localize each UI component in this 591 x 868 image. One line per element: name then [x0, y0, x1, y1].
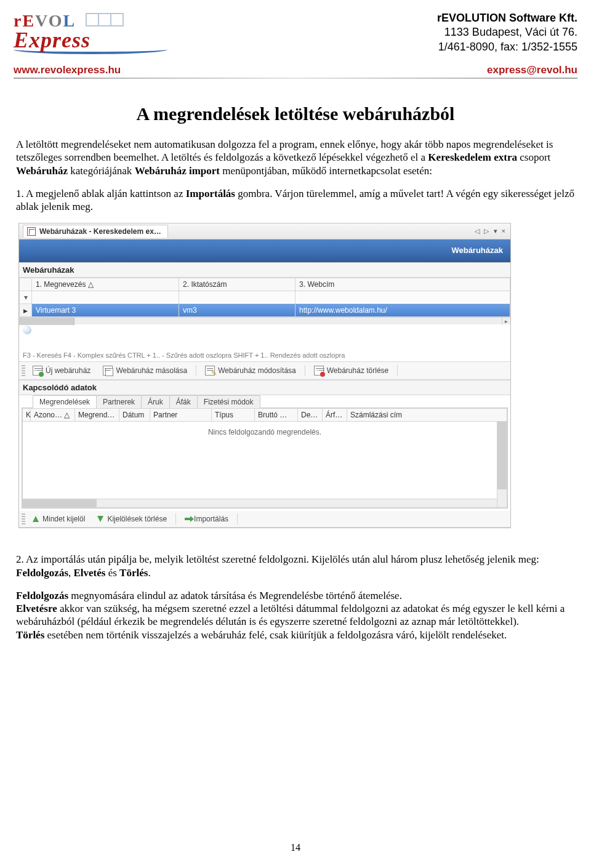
col-k[interactable]: K: [22, 408, 31, 422]
tab-goods[interactable]: Áruk: [141, 395, 170, 408]
col-id[interactable]: Azono… △: [31, 408, 75, 422]
stores-grid: 1. Megnevezés △ 2. Iktatószám 3. Webcím …: [19, 278, 510, 317]
btn-label: Importálás: [194, 515, 228, 523]
clear-selection-button[interactable]: Kijelölések törlése: [92, 513, 172, 525]
filter-url[interactable]: [296, 291, 510, 304]
btn-label: Webáruház módosítása: [218, 366, 296, 375]
email-link[interactable]: express@revol.hu: [487, 64, 577, 76]
filter-dropdown-icon[interactable]: ▾: [20, 291, 32, 304]
col-gross[interactable]: Bruttó …: [255, 408, 298, 422]
table-row[interactable]: Virtuemart 3 vm3 http://www.weboldalam.h…: [20, 304, 510, 317]
btn-label: Webáruház másolása: [116, 366, 187, 375]
key-icon: [23, 326, 31, 334]
col-rate[interactable]: Árf…: [323, 408, 347, 422]
cell-reg[interactable]: vm3: [179, 304, 296, 317]
p-process: Feldolgozás megnyomására elindul az adat…: [16, 589, 575, 602]
text: ,: [68, 567, 74, 579]
delete-store-button[interactable]: Webáruház törlése: [309, 364, 394, 377]
delete-icon: [314, 366, 324, 376]
text: csoport: [517, 151, 550, 163]
copy-store-button[interactable]: Webáruház másolása: [98, 364, 192, 377]
text-bold: Törlés: [119, 567, 148, 579]
selection-toolbar: Mindet kijelöl Kijelölések törlése Impor…: [19, 511, 510, 528]
stores-toolbar: Új webáruház Webáruház másolása Webáruhá…: [19, 361, 510, 380]
btn-label: Új webáruház: [46, 366, 90, 375]
window-controls[interactable]: ◁ ▷ ▾ ×: [475, 227, 507, 235]
company-info: rEVOLUTION Software Kft. 1133 Budapest, …: [437, 11, 577, 54]
clear-selection-icon: [97, 516, 103, 522]
page-title: A megrendelések letöltése webáruházból: [16, 103, 575, 124]
orders-area: Nincs feldolgozandó megrendelés.: [22, 422, 507, 508]
text: .: [148, 567, 150, 579]
company-name: rEVOLUTION Software Kft.: [437, 11, 577, 25]
text-bold: Webáruház import: [135, 165, 220, 177]
text-bold: Kereskedelem extra: [428, 151, 517, 163]
window-tab[interactable]: Webáruházak - Kereskedelem ex…: [23, 225, 168, 238]
app-icon: [27, 227, 36, 236]
grid-corner: [20, 278, 32, 291]
related-header: Kapcsolódó adatok: [19, 380, 510, 395]
orders-hscroll[interactable]: [23, 499, 497, 507]
text-bold: Törlés: [16, 629, 44, 641]
edit-icon: [205, 366, 215, 376]
step-2: 2. Az importálás után pipálja be, melyik…: [16, 553, 575, 579]
text: kategóriájának: [68, 165, 135, 177]
col-type[interactable]: Típus: [212, 408, 255, 422]
text: esetében nem történik visszajelzés a web…: [44, 629, 507, 641]
col-de[interactable]: De…: [298, 408, 323, 422]
text: megnyomására elindul az adatok társítása…: [68, 590, 402, 601]
grid-hscroll[interactable]: ▸: [19, 317, 510, 324]
cell-name[interactable]: Virtuemart 3: [32, 304, 179, 317]
website-link[interactable]: www.revolexpress.hu: [14, 64, 121, 76]
edit-store-button[interactable]: Webáruház módosítása: [200, 364, 301, 377]
filter-reg[interactable]: [179, 291, 296, 304]
tab-vat[interactable]: Áfák: [169, 395, 198, 408]
new-icon: [33, 366, 42, 376]
import-button[interactable]: Importálás: [180, 513, 233, 525]
tab-partners[interactable]: Partnerek: [96, 395, 142, 408]
cell-url[interactable]: http://www.weboldalam.hu/: [296, 304, 510, 317]
new-store-button[interactable]: Új webáruház: [28, 364, 95, 377]
col-billing-address[interactable]: Számlázási cím: [347, 408, 507, 422]
toolbar-separator: [175, 513, 176, 524]
row-indicator: [20, 304, 32, 317]
col-name[interactable]: 1. Megnevezés △: [32, 278, 179, 291]
orders-grid-header: K Azono… △ Megrend… Dátum Partner Típus …: [22, 408, 507, 422]
text-bold: Webáruház: [16, 165, 68, 177]
col-partner[interactable]: Partner: [150, 408, 212, 422]
filter-row[interactable]: ▾: [20, 291, 510, 304]
empty-message: Nincs feldolgozandó megrendelés.: [23, 422, 507, 443]
btn-label: Mindet kijelöl: [42, 515, 85, 523]
col-reg[interactable]: 2. Iktatószám: [179, 278, 296, 291]
window-controls-glyphs[interactable]: ◁ ▷ ▾ ×: [475, 227, 507, 235]
company-contact: 1/461-8090, fax: 1/352-1555: [437, 40, 577, 54]
toolbar-separator: [237, 513, 238, 524]
btn-label: Kijelölések törlése: [107, 515, 167, 523]
window-tab-title: Webáruházak - Kereskedelem ex…: [39, 227, 161, 236]
p-reject: Elvetésre akkor van szükség, ha mégsem s…: [16, 602, 575, 629]
keyboard-hints: F3 - Keresés F4 - Komplex szűrés CTRL + …: [19, 347, 510, 361]
text: 2. Az importálás után pipálja be, melyik…: [16, 553, 539, 565]
text-bold: Feldolgozás: [16, 567, 68, 579]
col-date[interactable]: Dátum: [119, 408, 150, 422]
text-bold: Elvetésre: [16, 603, 57, 614]
filter-name[interactable]: [32, 291, 179, 304]
app-titlebar: Webáruházak - Kereskedelem ex… ◁ ▷ ▾ ×: [19, 223, 510, 239]
select-all-button[interactable]: Mindet kijelöl: [28, 513, 90, 525]
step-1: 1. A megjelenő ablak alján kattintson az…: [16, 187, 575, 214]
toolbar-grip: [22, 513, 25, 524]
company-address: 1133 Budapest, Váci út 76.: [437, 25, 577, 39]
app-banner: Webáruházak: [19, 239, 510, 262]
col-ordered[interactable]: Megrend…: [75, 408, 119, 422]
app-screenshot: Webáruházak - Kereskedelem ex… ◁ ▷ ▾ × W…: [18, 223, 511, 528]
page-number: 14: [0, 842, 591, 853]
btn-label: Webáruház törlése: [327, 366, 389, 375]
tab-payments[interactable]: Fizetési módok: [197, 395, 260, 408]
toolbar-grip: [22, 365, 25, 376]
orders-panel: K Azono… △ Megrend… Dátum Partner Típus …: [22, 408, 508, 508]
tab-orders[interactable]: Megrendelések: [33, 395, 97, 408]
copy-icon: [103, 366, 113, 376]
text-bold: Elvetés: [74, 567, 106, 579]
col-url[interactable]: 3. Webcím: [296, 278, 510, 291]
orders-vscroll[interactable]: [497, 422, 507, 507]
